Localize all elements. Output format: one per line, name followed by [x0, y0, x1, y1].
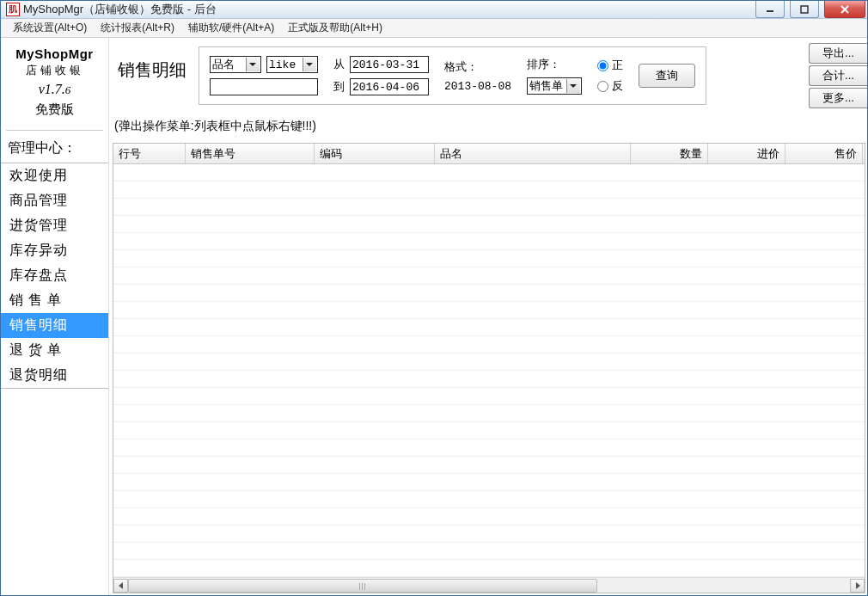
- menu-help[interactable]: 正式版及帮助(Alt+H): [281, 19, 389, 37]
- filter-panel: 品名 like 从 到: [199, 46, 706, 105]
- logo: MyShopMgr 店铺收银 v1.7.6 免费版: [8, 45, 101, 118]
- data-table: 行号销售单号编码品名数量进价售价: [113, 143, 865, 593]
- sort-select[interactable]: 销售单: [527, 77, 582, 95]
- export-button[interactable]: 导出...: [809, 43, 867, 64]
- sidebar: MyShopMgr 店铺收银 v1.7.6 免费版 管理中心： 欢迎使用商品管理…: [1, 38, 109, 595]
- svg-marker-5: [856, 582, 860, 589]
- table-row: [113, 164, 865, 181]
- table-row: [113, 508, 865, 525]
- table-row: [113, 388, 865, 405]
- table-row: [113, 474, 865, 491]
- table-row: [113, 405, 865, 422]
- column-header[interactable]: 售价: [785, 144, 863, 163]
- sidebar-item[interactable]: 进货管理: [1, 213, 108, 238]
- table-row: [113, 353, 865, 371]
- svg-rect-1: [801, 6, 808, 13]
- format-value: 2013-08-08: [444, 80, 511, 93]
- op-select[interactable]: like: [266, 56, 318, 73]
- field-select[interactable]: 品名: [210, 56, 261, 73]
- table-row: [113, 422, 865, 439]
- sidebar-item[interactable]: 销售单: [1, 288, 108, 313]
- table-row: [113, 439, 865, 457]
- column-header[interactable]: 行号: [113, 144, 186, 163]
- sidebar-item[interactable]: 库存异动: [1, 238, 108, 263]
- nav-list: 欢迎使用商品管理进货管理库存异动库存盘点销售单销售明细退货单退货明细: [1, 163, 108, 389]
- sort-label: 排序：: [527, 57, 582, 72]
- column-header[interactable]: 销售单号: [186, 144, 315, 163]
- table-row: [113, 371, 865, 388]
- table-row: [113, 525, 865, 543]
- sidebar-item[interactable]: 销售明细: [1, 313, 108, 338]
- menubar: 系统设置(Alt+O) 统计报表(Alt+R) 辅助软/硬件(Alt+A) 正式…: [1, 19, 867, 38]
- menu-hardware[interactable]: 辅助软/硬件(Alt+A): [181, 19, 281, 37]
- menu-reports[interactable]: 统计报表(Alt+R): [94, 19, 181, 37]
- sidebar-item[interactable]: 库存盘点: [1, 263, 108, 288]
- from-label: 从: [333, 57, 345, 72]
- table-row: [113, 560, 865, 577]
- radio-desc[interactable]: [597, 81, 608, 92]
- logo-version: v1.7.6: [8, 80, 101, 99]
- page-title: 销售明细: [109, 38, 199, 82]
- radio-asc[interactable]: [597, 60, 608, 71]
- more-button[interactable]: 更多...: [809, 88, 867, 108]
- table-header: 行号销售单号编码品名数量进价售价: [113, 144, 865, 164]
- table-row: [113, 336, 865, 353]
- table-row: [113, 250, 865, 267]
- titlebar: 肌 MyShopMgr（店铺收银）免费版 - 后台: [1, 1, 867, 19]
- radio-desc-label: 反: [612, 78, 623, 94]
- table-row: [113, 199, 865, 216]
- hint-text: (弹出操作菜单:列表框中点鼠标右键!!!): [109, 108, 867, 139]
- logo-sub: 店铺收银: [8, 63, 101, 78]
- table-row: [113, 216, 865, 233]
- scroll-right-button[interactable]: [850, 579, 865, 593]
- sidebar-item[interactable]: 欢迎使用: [1, 163, 108, 188]
- column-header[interactable]: 进价: [708, 144, 785, 163]
- minimize-button[interactable]: [755, 1, 785, 18]
- table-row: [113, 267, 865, 285]
- app-icon: 肌: [6, 3, 20, 16]
- maximize-button[interactable]: [790, 1, 819, 18]
- logo-free: 免费版: [8, 100, 101, 118]
- table-row: [113, 491, 865, 508]
- sidebar-header: 管理中心：: [1, 138, 108, 163]
- to-label: 到: [333, 79, 345, 95]
- filter-value-input[interactable]: [210, 78, 318, 95]
- to-date-input[interactable]: [350, 78, 429, 95]
- menu-system[interactable]: 系统设置(Alt+O): [6, 19, 94, 37]
- sidebar-item[interactable]: 退货明细: [1, 363, 108, 388]
- close-button[interactable]: [824, 1, 865, 18]
- from-date-input[interactable]: [350, 56, 429, 73]
- sidebar-item[interactable]: 退货单: [1, 338, 108, 363]
- table-row: [113, 319, 865, 336]
- column-header[interactable]: 编码: [315, 144, 435, 163]
- query-button[interactable]: 查询: [639, 64, 695, 88]
- radio-asc-label: 正: [612, 58, 623, 73]
- table-row: [113, 457, 865, 474]
- column-header[interactable]: 品名: [435, 144, 631, 163]
- logo-main: MyShopMgr: [8, 45, 101, 63]
- table-row: [113, 181, 865, 199]
- table-row: [113, 285, 865, 302]
- svg-marker-4: [119, 582, 123, 589]
- scroll-left-button[interactable]: [113, 579, 128, 593]
- horizontal-scrollbar[interactable]: [113, 577, 865, 593]
- total-button[interactable]: 合计...: [809, 65, 867, 86]
- sidebar-item[interactable]: 商品管理: [1, 188, 108, 213]
- scroll-thumb[interactable]: [128, 579, 597, 593]
- window-title: MyShopMgr（店铺收银）免费版 - 后台: [23, 2, 217, 17]
- table-row: [113, 302, 865, 319]
- column-header[interactable]: 数量: [631, 144, 708, 163]
- format-label: 格式：: [444, 59, 511, 75]
- scroll-track[interactable]: [128, 579, 850, 593]
- divider: [6, 130, 103, 131]
- table-row: [113, 233, 865, 250]
- table-body[interactable]: [113, 164, 865, 577]
- table-row: [113, 543, 865, 560]
